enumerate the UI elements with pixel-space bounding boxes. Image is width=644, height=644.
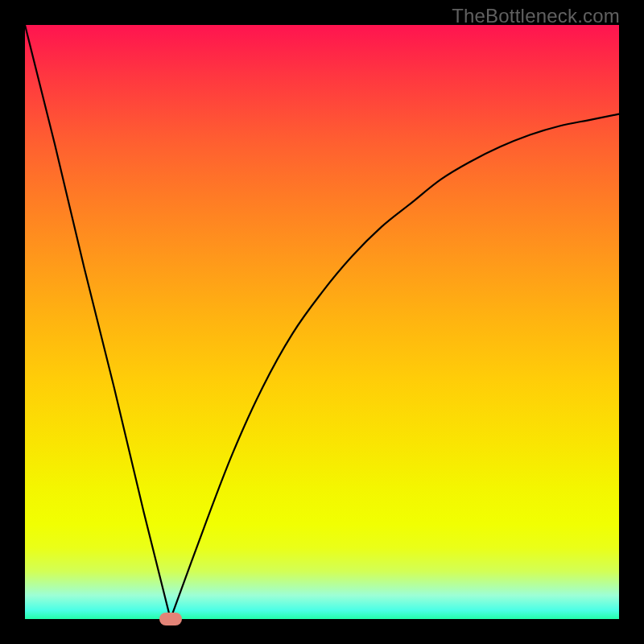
plot-area: [25, 25, 619, 619]
bottleneck-curve-path: [25, 25, 619, 619]
curve-svg: [25, 25, 619, 619]
minimum-marker: [159, 613, 182, 625]
watermark-text: TheBottleneck.com: [452, 5, 620, 27]
chart-container: TheBottleneck.com: [0, 0, 644, 644]
